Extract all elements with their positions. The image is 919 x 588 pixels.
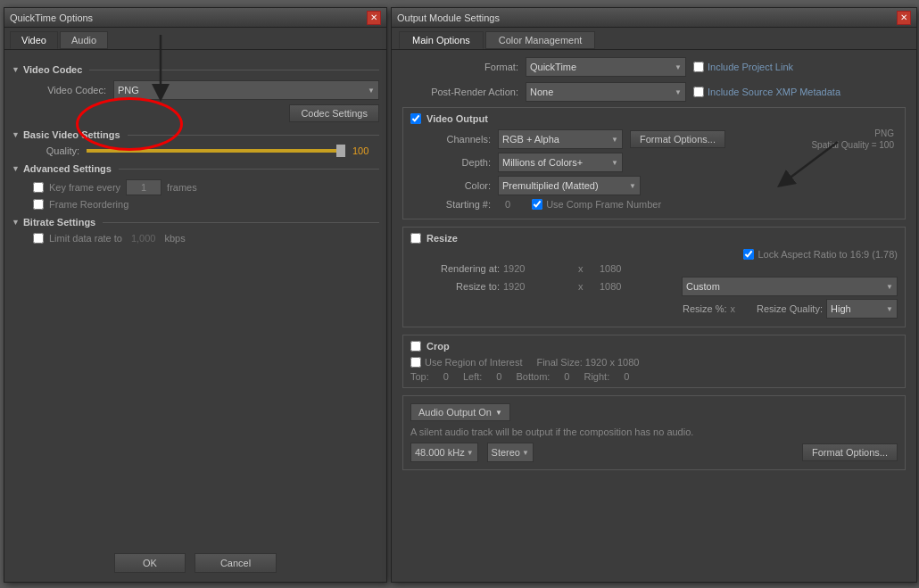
basic-video-title: Basic Video Settings	[23, 129, 120, 140]
output-module-settings-dialog: Output Module Settings ✕ Main Options Co…	[391, 7, 917, 583]
qt-dialog-title: QuickTime Options	[10, 12, 93, 23]
color-label: Color:	[410, 180, 491, 191]
video-codec-title: Video Codec	[23, 64, 82, 75]
resize-to-w: 1920	[503, 281, 575, 292]
right-label: Right:	[584, 371, 609, 382]
include-project-link-checkbox[interactable]	[693, 62, 704, 72]
depth-dropdown[interactable]: Millions of Colors+ ▼	[498, 153, 623, 172]
resize-to-h: 1080	[600, 281, 671, 292]
bottom-value: 0	[564, 371, 569, 382]
oms-close-button[interactable]: ✕	[897, 11, 911, 25]
resize-quality-label: Resize Quality:	[757, 303, 823, 314]
audio-hz-arrow: ▼	[467, 449, 474, 457]
channels-dropdown-arrow: ▼	[611, 136, 618, 144]
audio-output-button[interactable]: Audio Output On ▼	[410, 403, 510, 421]
include-project-link-label: Include Project Link	[708, 62, 793, 72]
qt-body: ▼ Video Codec Video Codec: PNG ▼ Codec S…	[4, 50, 386, 254]
crop-title: Crop	[426, 341, 450, 352]
right-value: 0	[624, 371, 629, 382]
oms-dialog-title: Output Module Settings	[397, 12, 500, 23]
left-label: Left:	[463, 371, 482, 382]
audio-channel-arrow: ▼	[522, 449, 529, 457]
resize-section: Resize Lock Aspect Ratio to 16:9 (1.78) …	[402, 227, 906, 327]
include-xmp-checkbox[interactable]	[693, 87, 704, 97]
png-info: PNG Spatial Quality = 100	[811, 128, 894, 151]
qt-tab-audio[interactable]: Audio	[60, 31, 108, 49]
qt-close-button[interactable]: ✕	[367, 11, 381, 25]
depth-label: Depth:	[410, 157, 491, 168]
crop-inner: Use Region of Interest Final Size: 1920 …	[410, 357, 898, 368]
resize-pct-label: Resize %:	[683, 303, 727, 314]
advanced-title: Advanced Settings	[23, 163, 112, 174]
use-roi-label: Use Region of Interest	[425, 357, 522, 368]
use-comp-frame-checkbox[interactable]	[532, 199, 542, 210]
bitrate-section-header: ▼ Bitrate Settings	[12, 217, 379, 228]
codec-dropdown[interactable]: PNG ▼	[113, 80, 379, 100]
keyframe-label: Key frame every	[49, 182, 120, 193]
audio-section: Audio Output On ▼ A silent audio track w…	[402, 395, 906, 470]
audio-controls: 48.000 kHz ▼ Stereo ▼ Format Options...	[410, 443, 898, 462]
color-row: Color: Premultiplied (Matted) ▼	[410, 176, 898, 195]
limit-value: 1,000	[131, 233, 156, 244]
codec-settings-button[interactable]: Codec Settings	[289, 104, 379, 122]
channels-label: Channels:	[410, 134, 491, 145]
oms-tab-main[interactable]: Main Options	[399, 31, 484, 49]
advanced-triangle: ▼	[12, 164, 20, 173]
keyframe-input[interactable]	[126, 179, 161, 195]
limit-checkbox[interactable]	[33, 233, 44, 244]
post-render-dropdown[interactable]: None ▼	[526, 82, 686, 102]
quality-slider[interactable]	[87, 149, 345, 153]
audio-hz-dropdown[interactable]: 48.000 kHz ▼	[410, 443, 478, 462]
oms-tabs: Main Options Color Management	[392, 28, 916, 50]
bottom-label: Bottom:	[516, 371, 550, 382]
basic-video-divider	[128, 135, 379, 136]
oms-tab-color[interactable]: Color Management	[485, 31, 596, 49]
audio-channel-dropdown[interactable]: Stereo ▼	[487, 443, 534, 462]
crop-checkbox[interactable]	[410, 341, 421, 352]
qt-tabs: Video Audio	[4, 28, 386, 50]
video-output-checkbox[interactable]	[410, 113, 421, 124]
resize-to-row: Resize to: 1920 x 1080 Custom ▼	[410, 277, 898, 296]
lock-aspect-label: Lock Aspect Ratio to 16:9 (1.78)	[758, 249, 898, 260]
starting-value: 0	[505, 199, 510, 210]
depth-dropdown-arrow: ▼	[611, 159, 618, 167]
ok-button[interactable]: OK	[114, 553, 186, 573]
keyframe-suffix: frames	[167, 182, 197, 193]
starting-label: Starting #:	[410, 199, 491, 210]
qt-tab-video[interactable]: Video	[10, 31, 58, 49]
resize-to-label: Resize to:	[410, 281, 500, 292]
left-value: 0	[496, 371, 501, 382]
lock-aspect-checkbox[interactable]	[743, 249, 754, 260]
quality-row: Quality: 100	[12, 145, 379, 156]
video-format-options-button[interactable]: Format Options...	[630, 130, 725, 148]
crop-coords: Top: 0 Left: 0 Bottom: 0 Right: 0	[410, 371, 898, 382]
crop-header: Crop	[410, 341, 898, 352]
rendering-h: 1080	[600, 263, 671, 274]
resize-title: Resize	[426, 233, 458, 244]
top-value: 0	[443, 371, 449, 382]
use-comp-label: Use Comp Frame Number	[546, 199, 661, 210]
qt-footer: OK Cancel	[4, 553, 386, 573]
audio-format-options-button[interactable]: Format Options...	[802, 443, 898, 461]
top-label: Top:	[410, 371, 429, 382]
channels-dropdown[interactable]: RGB + Alpha ▼	[498, 129, 623, 149]
format-dropdown[interactable]: QuickTime ▼	[526, 57, 686, 77]
advanced-divider	[119, 169, 379, 170]
depth-row: Depth: Millions of Colors+ ▼	[410, 153, 898, 172]
basic-video-triangle: ▼	[12, 130, 20, 139]
format-label: Format:	[402, 62, 518, 72]
resize-preset-dropdown[interactable]: Custom ▼	[682, 277, 898, 296]
use-roi-checkbox[interactable]	[410, 357, 421, 368]
resize-quality-dropdown[interactable]: High ▼	[826, 299, 898, 319]
oms-body: Format: QuickTime ▼ Include Project Link…	[392, 50, 916, 484]
frame-reorder-checkbox[interactable]	[33, 199, 44, 210]
rendering-label: Rendering at:	[410, 263, 500, 274]
format-dropdown-arrow: ▼	[675, 63, 682, 71]
resize-preset-arrow: ▼	[886, 283, 893, 291]
resize-checkbox[interactable]	[410, 233, 421, 244]
audio-channel-label: Stereo	[492, 447, 520, 458]
cancel-button[interactable]: Cancel	[195, 553, 277, 573]
starting-row: Starting #: 0 Use Comp Frame Number	[410, 199, 898, 210]
color-dropdown[interactable]: Premultiplied (Matted) ▼	[498, 176, 641, 195]
keyframe-checkbox[interactable]	[33, 182, 44, 193]
